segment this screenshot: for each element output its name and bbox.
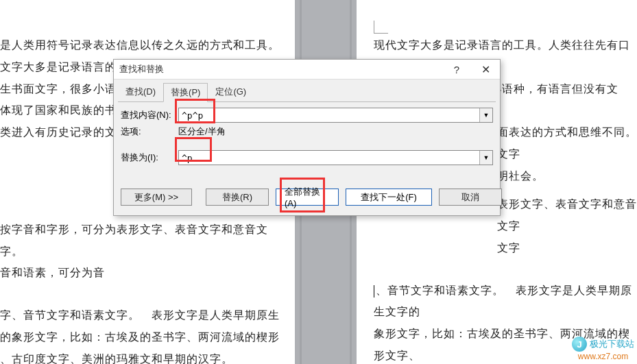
doc-line: 、音节文字和语素文字。 表形文字是人类早期原生文字的 (374, 280, 637, 324)
watermark-url: www.xz7.com (578, 352, 628, 361)
doc-line: 文字 (374, 237, 637, 259)
tab-find[interactable]: 查找(D) (118, 82, 163, 101)
doc-line: 按字音和字形，可分为表形文字、表音文字和意音文字。 (0, 219, 288, 263)
watermark-logo-icon: J (572, 337, 587, 352)
options-label: 选项: (121, 125, 178, 138)
find-next-button[interactable]: 查找下一处(F) (346, 189, 432, 206)
dialog-titlebar[interactable]: 查找和替换 ? ✕ (114, 60, 500, 80)
tab-goto[interactable]: 定位(G) (208, 82, 254, 101)
find-input[interactable] (179, 108, 479, 122)
cancel-button[interactable]: 取消 (439, 189, 502, 206)
watermark-name: 极光下载站 (590, 338, 634, 350)
tab-replace[interactable]: 替换(P) (163, 83, 208, 102)
doc-line: 是人类用符号记录表达信息以传之久远的方式和工具。 (0, 34, 288, 56)
dialog-title: 查找和替换 (114, 63, 442, 75)
replace-input[interactable] (179, 151, 479, 165)
replace-dropdown-icon[interactable]: ▼ (479, 151, 492, 165)
find-label: 查找内容(N): (121, 109, 178, 121)
help-button[interactable]: ? (442, 60, 471, 79)
find-combo[interactable]: ▼ (178, 108, 493, 123)
find-dropdown-icon[interactable]: ▼ (479, 108, 492, 122)
dialog-tabs: 查找(D) 替换(P) 定位(G) (114, 80, 500, 101)
replace-label: 替换为(I): (121, 151, 178, 164)
dialog-form: 查找内容(N): ▼ 选项: 区分全/半角 替换为(I): ▼ 更多(M) >>… (114, 102, 500, 215)
page-corner-mark (374, 21, 388, 34)
text-cursor (374, 285, 374, 298)
doc-line: 的象形文字，比如：古埃及的圣书字、两河流域的楔形 (0, 326, 288, 348)
doc-line: 、古印度文字、美洲的玛雅文和早期的汉字。 (0, 348, 288, 364)
watermark: J 极光下载站 www.xz7.com (572, 337, 634, 361)
replace-all-button[interactable]: 全部替换(A) (276, 189, 339, 206)
doc-line: 音和语素，可分为音 (0, 262, 288, 284)
more-button[interactable]: 更多(M) >> (121, 189, 192, 206)
close-button[interactable]: ✕ (471, 60, 500, 79)
options-value: 区分全/半角 (178, 125, 226, 138)
find-replace-dialog: 查找和替换 ? ✕ 查找(D) 替换(P) 定位(G) 查找内容(N): ▼ 选… (113, 59, 501, 216)
doc-line: 字、音节文字和语素文字。 表形文字是人类早期原生 (0, 304, 288, 326)
replace-combo[interactable]: ▼ (178, 150, 493, 165)
replace-button[interactable]: 替换(R) (206, 189, 269, 206)
